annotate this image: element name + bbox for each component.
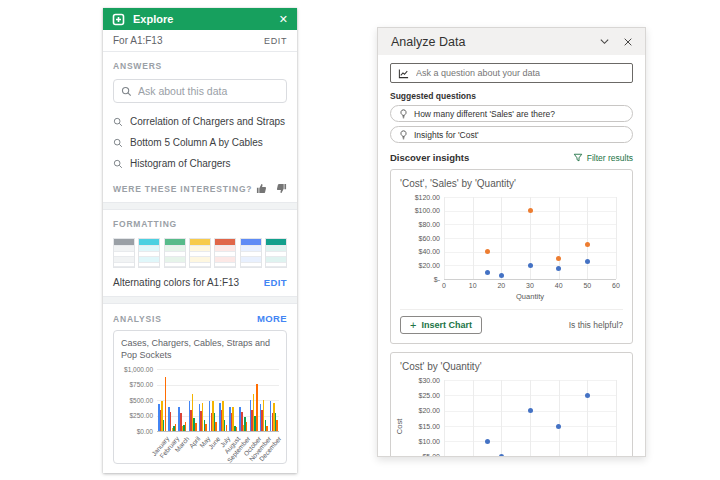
funnel-icon (573, 153, 583, 163)
data-point-cost (585, 393, 590, 398)
formatting-edit-button[interactable]: EDIT (264, 277, 287, 288)
suggested-question-pill[interactable]: How many different 'Sales' are there? (390, 105, 633, 122)
data-point-sales (585, 242, 590, 247)
thumbs-up-icon[interactable] (256, 183, 267, 194)
alt-color-swatch-yellow[interactable] (189, 238, 211, 268)
scatter-ytick-label: $30.00 (406, 377, 440, 384)
plus-icon: + (410, 320, 416, 331)
thumbs-down-icon[interactable] (276, 183, 287, 194)
analyze-panel-header: Analyze Data (378, 28, 645, 55)
scatter-ytick-label: $10.00 (406, 438, 440, 445)
answer-suggestion-item[interactable]: Correlation of Chargers and Straps (113, 111, 287, 132)
explore-search-input[interactable] (138, 85, 279, 97)
bar-gridline (157, 385, 279, 386)
bar-pop-sockets (256, 384, 258, 432)
lightbulb-icon (399, 109, 408, 119)
section-divider (103, 296, 297, 304)
scatter-ytick-label: $60.00 (406, 235, 440, 242)
answer-suggestion-label: Bottom 5 Column A by Cables (130, 137, 263, 148)
scatter-xtick-label: 60 (608, 282, 624, 289)
lightbulb-icon (399, 130, 408, 140)
scatter-gridline (501, 197, 502, 279)
answers-heading: ANSWERS (113, 61, 287, 71)
scatter2-title: 'Cost' by 'Quantity' (400, 361, 623, 372)
range-edit-button[interactable]: EDIT (264, 36, 287, 46)
scatter-ytick-label: $20.00 (406, 407, 440, 414)
analyze-panel-title: Analyze Data (391, 35, 599, 49)
scatter-gridline (501, 380, 502, 457)
suggested-question-pill[interactable]: Insights for 'Cost' (390, 126, 633, 143)
bar-pop-sockets (175, 424, 177, 431)
is-this-helpful-link[interactable]: Is this helpful? (482, 320, 623, 330)
discover-insights-heading: Discover insights (390, 152, 573, 163)
scatter-xaxis-title: Quantity (444, 292, 616, 301)
filter-results-button[interactable]: Filter results (573, 153, 633, 163)
alt-color-swatch-gray[interactable] (113, 238, 135, 268)
explore-panel: Explore ✕ For A1:F13 EDIT ANSWERS Correl… (103, 8, 297, 473)
analysis-more-button[interactable]: MORE (257, 313, 287, 324)
bar-pop-sockets (226, 425, 228, 432)
alt-color-swatch-cyan[interactable] (138, 238, 160, 268)
scatter-xtick-label: 20 (493, 282, 509, 289)
answers-section: ANSWERS Correlation of Chargers and Stra… (103, 52, 297, 202)
scatter-ytick-label: $25.00 (406, 392, 440, 399)
bar-pop-sockets (215, 422, 217, 431)
scatter-ytick-label: $5.00 (406, 453, 440, 457)
scatter-ytick-label: $100.00 (406, 207, 440, 214)
scatter-gridline (444, 197, 445, 279)
close-icon[interactable] (623, 37, 633, 47)
bar-gridline (157, 431, 279, 432)
suggested-questions-list: How many different 'Sales' are there?Ins… (390, 105, 633, 143)
insert-chart-label: Insert Chart (421, 320, 472, 330)
bar-ytick-label: $500.00 (121, 397, 153, 404)
explore-search-box[interactable] (113, 79, 287, 103)
scatter-xtick-label: 50 (579, 282, 595, 289)
scatter-gridline (616, 197, 617, 279)
bar-pop-sockets (276, 420, 278, 432)
bar-pop-sockets (236, 427, 238, 431)
insert-chart-button[interactable]: + Insert Chart (400, 316, 482, 334)
close-icon[interactable]: ✕ (279, 14, 288, 25)
suggested-question-label: How many different 'Sales' are there? (414, 109, 555, 119)
scatter-gridline (444, 380, 445, 457)
chevron-down-icon[interactable] (599, 36, 610, 47)
answer-suggestion-item[interactable]: Histogram of Chargers (113, 153, 287, 174)
scatter-gridline (473, 380, 474, 457)
analysis-chart-card[interactable]: Cases, Chargers, Cables, Straps and Pop … (113, 330, 287, 464)
explore-panel-header: Explore ✕ (103, 8, 297, 30)
bar-ytick-label: $750.00 (121, 381, 153, 388)
alt-color-swatch-blue[interactable] (240, 238, 262, 268)
analyze-search-box[interactable] (390, 63, 633, 83)
alt-color-swatch-teal[interactable] (265, 238, 287, 268)
scatter-xtick-label: 0 (436, 282, 452, 289)
feedback-row: WERE THESE INTERESTING? (113, 183, 287, 194)
scatter-gridline (616, 380, 617, 457)
bar-pop-sockets (266, 426, 268, 432)
alt-color-swatch-red[interactable] (214, 238, 236, 268)
bar-pop-sockets (185, 422, 187, 431)
analysis-section: ANALYSIS MORE Cases, Chargers, Cables, S… (103, 304, 297, 472)
data-point-cost (556, 424, 561, 429)
bar-pop-sockets (205, 424, 207, 431)
desktop-background: Explore ✕ For A1:F13 EDIT ANSWERS Correl… (0, 0, 720, 480)
section-divider (103, 202, 297, 210)
alt-color-swatch-green[interactable] (164, 238, 186, 268)
bar-ytick-label: $1,000.00 (121, 366, 153, 373)
bar-ytick-label: $250.00 (121, 412, 153, 419)
scatter-ytick-label: $80.00 (406, 221, 440, 228)
data-point-cost (528, 408, 533, 413)
data-point-cost (556, 266, 561, 271)
bar-pop-sockets (195, 423, 197, 431)
search-icon (113, 117, 123, 127)
formatting-heading: FORMATTING (113, 219, 287, 229)
cost-sales-scatter-chart: $-$20.00$40.00$60.00$80.00$100.00$120.00… (400, 189, 623, 307)
answer-suggestion-item[interactable]: Bottom 5 Column A by Cables (113, 132, 287, 153)
range-bar: For A1:F13 EDIT (103, 30, 297, 52)
answers-suggestion-list: Correlation of Chargers and StrapsBottom… (113, 111, 287, 174)
analyze-data-panel: Analyze Data Suggested questions How man… (377, 27, 646, 457)
scatter-ytick-label: $15.00 (406, 423, 440, 430)
analyze-search-input[interactable] (416, 68, 625, 78)
scatter1-title: 'Cost', 'Sales' by 'Quantity' (400, 178, 623, 189)
cost-scatter-chart: $-$5.00$10.00$15.00$20.00$25.00$30.00010… (400, 372, 623, 457)
bar-ytick-label: $0.00 (121, 428, 153, 435)
